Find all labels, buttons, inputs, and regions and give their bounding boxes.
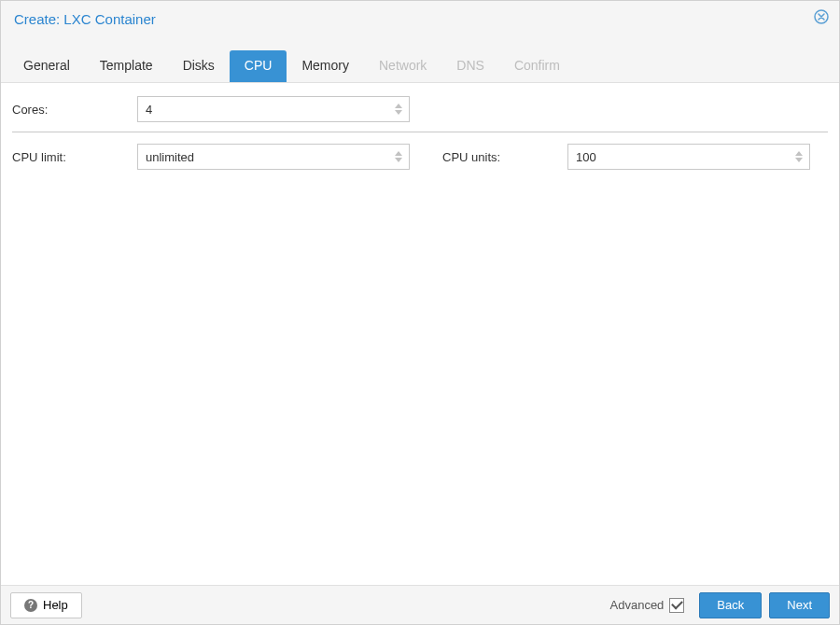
chevron-down-icon [395, 158, 402, 162]
cpu-units-input[interactable] [567, 144, 810, 170]
back-button[interactable]: Back [699, 592, 762, 618]
close-button[interactable] [813, 8, 830, 25]
cpu-units-field: CPU units: [420, 144, 828, 170]
chevron-down-icon [795, 158, 803, 162]
advanced-checkbox[interactable] [669, 598, 684, 613]
help-button[interactable]: ? Help [10, 592, 82, 618]
cpu-panel: Cores: CPU limit: [1, 83, 839, 585]
tab-network: Network [364, 50, 441, 82]
cpu-limit-label: CPU limit: [12, 150, 137, 164]
help-label: Help [43, 598, 68, 612]
advanced-toggle[interactable]: Advanced [610, 598, 685, 613]
tab-template[interactable]: Template [85, 50, 168, 82]
help-icon: ? [24, 599, 37, 612]
close-icon [814, 9, 829, 24]
cpu-units-stepper[interactable] [791, 146, 806, 167]
chevron-up-icon [395, 104, 402, 108]
dialog-header: Create: LXC Container General Template D… [1, 1, 839, 83]
dialog-title: Create: LXC Container [1, 1, 839, 27]
tab-confirm: Confirm [499, 50, 575, 82]
wizard-tabs: General Template Disks CPU Memory Networ… [1, 50, 582, 82]
cpu-units-label: CPU units: [442, 150, 567, 164]
tab-disks[interactable]: Disks [168, 50, 230, 82]
advanced-label: Advanced [610, 598, 665, 612]
cores-field: Cores: [12, 96, 420, 122]
cores-input[interactable] [137, 96, 410, 122]
chevron-down-icon [395, 110, 402, 115]
tab-memory[interactable]: Memory [287, 50, 364, 82]
tab-general[interactable]: General [8, 50, 85, 82]
next-button[interactable]: Next [769, 592, 830, 618]
cores-stepper[interactable] [391, 99, 406, 119]
cpu-limit-field: CPU limit: [12, 144, 420, 170]
divider [12, 132, 828, 132]
cores-label: Cores: [12, 103, 137, 117]
dialog-footer: ? Help Advanced Back Next [1, 585, 839, 624]
cpu-limit-input[interactable] [137, 144, 410, 170]
chevron-up-icon [395, 151, 402, 156]
chevron-up-icon [795, 151, 803, 156]
tab-dns: DNS [441, 50, 499, 82]
tab-cpu[interactable]: CPU [230, 50, 287, 82]
cpu-limit-stepper[interactable] [391, 146, 406, 167]
